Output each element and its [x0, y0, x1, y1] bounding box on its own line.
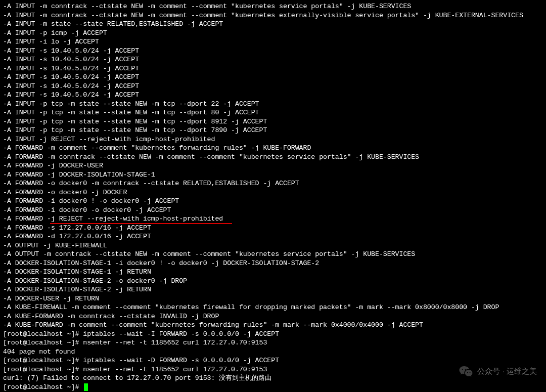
terminal-line: -A KUBE-FIREWALL -m comment --comment "k…	[3, 303, 543, 312]
terminal-line: -A DOCKER-USER -j RETURN	[3, 294, 543, 303]
terminal-line: -A INPUT -p tcp -m state --state NEW -m …	[3, 126, 543, 135]
terminal-line: -A FORWARD -m conntrack --ctstate NEW -m…	[3, 153, 543, 162]
terminal-line: -A KUBE-FORWARD -m comment --comment "ku…	[3, 321, 543, 330]
terminal-line: -A INPUT -m conntrack --ctstate NEW -m c…	[3, 2, 543, 11]
terminal-line: -A INPUT -s 10.40.5.0/24 -j ACCEPT	[3, 47, 543, 56]
terminal-line: -A INPUT -s 10.40.5.0/24 -j ACCEPT	[3, 64, 543, 73]
terminal-line: -A DOCKER-ISOLATION-STAGE-2 -o docker0 -…	[3, 277, 543, 286]
terminal-line: -A INPUT -m state --state RELATED,ESTABL…	[3, 20, 543, 29]
terminal-line: -A FORWARD -i docker0 -o docker0 -j ACCE…	[3, 206, 543, 215]
terminal-line: [root@localhost ~]# nsenter --net -t 118…	[3, 365, 543, 374]
terminal-line: -A INPUT -p icmp -j ACCEPT	[3, 29, 543, 38]
terminal-line: -A OUTPUT -j KUBE-FIREWALL	[3, 241, 543, 250]
terminal-line: -A FORWARD -i docker0 ! -o docker0 -j AC…	[3, 197, 543, 206]
terminal-line: -A INPUT -j REJECT --reject-with icmp-ho…	[3, 135, 543, 144]
terminal-line: -A INPUT -s 10.40.5.0/24 -j ACCEPT	[3, 55, 543, 64]
terminal-line: -A DOCKER-ISOLATION-STAGE-1 -j RETURN	[3, 268, 543, 277]
terminal-line: [root@localhost ~]#	[3, 383, 543, 392]
terminal-line: -A FORWARD -m comment --comment "kuberne…	[3, 144, 543, 153]
terminal-line: -A FORWARD -o docker0 -j DOCKER	[3, 188, 543, 197]
terminal-line: 404 page not found	[3, 347, 543, 357]
terminal-line: -A FORWARD -j DOCKER-ISOLATION-STAGE-1	[3, 170, 543, 180]
terminal-line: curl: (7) Failed to connect to 172.27.0.…	[3, 374, 543, 383]
terminal-line: -A FORWARD -j REJECT --reject-with icmp-…	[3, 214, 543, 224]
terminal-line: -A FORWARD -o docker0 -m conntrack --cts…	[3, 179, 543, 188]
terminal-line: -A KUBE-FORWARD -m conntrack --ctstate I…	[3, 312, 543, 321]
terminal-line: -A INPUT -i lo -j ACCEPT	[3, 37, 543, 47]
terminal-line: -A INPUT -m conntrack --ctstate NEW -m c…	[3, 11, 543, 20]
terminal-output[interactable]: -A INPUT -m conntrack --ctstate NEW -m c…	[0, 0, 546, 392]
terminal-line: -A INPUT -s 10.40.5.0/24 -j ACCEPT	[3, 73, 543, 82]
terminal-line: -A DOCKER-ISOLATION-STAGE-2 -j RETURN	[3, 285, 543, 294]
terminal-line: -A INPUT -s 10.40.5.0/24 -j ACCEPT	[3, 91, 543, 100]
terminal-line: -A DOCKER-ISOLATION-STAGE-1 -i docker0 !…	[3, 259, 543, 268]
terminal-line: [root@localhost ~]# iptables --wait -D F…	[3, 356, 543, 365]
terminal-line: -A OUTPUT -m conntrack --ctstate NEW -m …	[3, 250, 543, 259]
terminal-line: [root@localhost ~]# iptables --wait -I F…	[3, 330, 543, 339]
terminal-line: -A FORWARD -j DOCKER-USER	[3, 161, 543, 170]
terminal-line: -A FORWARD -s 172.27.0.0/16 -j ACCEPT	[3, 224, 543, 233]
terminal-line: -A INPUT -p tcp -m state --state NEW -m …	[3, 108, 543, 117]
cursor	[84, 383, 88, 391]
terminal-line: -A INPUT -p tcp -m state --state NEW -m …	[3, 100, 543, 109]
terminal-line: [root@localhost ~]# nsenter --net -t 118…	[3, 338, 543, 347]
terminal-line: -A INPUT -p tcp -m state --state NEW -m …	[3, 117, 543, 126]
terminal-line: -A INPUT -s 10.40.5.0/24 -j ACCEPT	[3, 82, 543, 91]
terminal-line: -A FORWARD -d 172.27.0.0/16 -j ACCEPT	[3, 232, 543, 241]
